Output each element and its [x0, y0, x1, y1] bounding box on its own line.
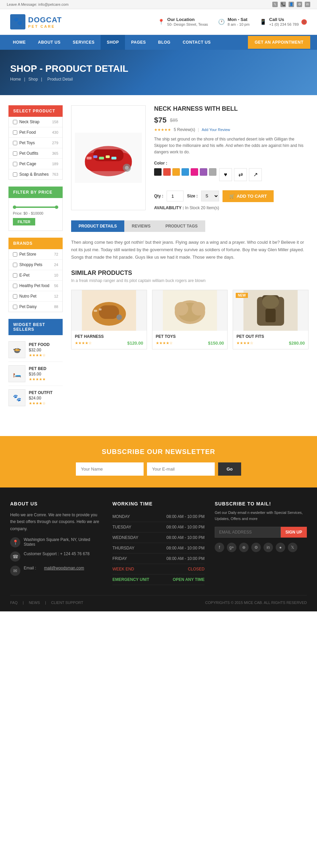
- brand-nutro-pet[interactable]: Nutro Pet: [13, 294, 37, 299]
- range-handle-right[interactable]: [55, 205, 58, 209]
- category-pet-cage[interactable]: Pet Cage: [13, 161, 36, 166]
- product-name[interactable]: PET BED: [29, 366, 46, 371]
- product-card-body: PET OUT FITS ★★★★☆ $280.00: [233, 331, 308, 349]
- nav-contact[interactable]: CONTACT US: [176, 35, 217, 50]
- footer-email-input[interactable]: [215, 527, 281, 538]
- footer-faq-link[interactable]: FAQ: [10, 601, 18, 605]
- nav-pages[interactable]: PAGES: [125, 35, 152, 50]
- rss-icon[interactable]: ⊕: [239, 543, 249, 552]
- dribbble-icon[interactable]: ●: [276, 543, 285, 552]
- footer-subscribe-col: SUBSCRIBE TO MAIL! Get our Daily email n…: [215, 501, 307, 585]
- newsletter-email-input[interactable]: [147, 462, 215, 476]
- compare-button[interactable]: ⇄: [234, 168, 247, 181]
- footer-email-value[interactable]: mail@woodsman.com: [44, 566, 84, 570]
- product-card-rating: ★★★★☆ $150.00: [156, 341, 224, 346]
- range-handle-left[interactable]: [13, 205, 16, 209]
- tab-product-tags[interactable]: PRODUCT TAGS: [158, 220, 205, 232]
- category-pet-food[interactable]: Pet Food: [13, 130, 36, 135]
- gear-icon[interactable]: ⚙: [297, 2, 302, 7]
- price-range-bar[interactable]: [13, 207, 58, 208]
- product-thumbnail[interactable]: 🐾: [8, 389, 25, 406]
- add-to-cart-label: ADD TO CART: [237, 194, 267, 199]
- color-swatch-orange[interactable]: [172, 168, 180, 176]
- footer-news-link[interactable]: NEWS: [29, 601, 40, 605]
- brand-shoppy-pets[interactable]: Shoppy Pets: [13, 262, 42, 267]
- appointment-button[interactable]: GET AN APPOINTMENT: [248, 36, 310, 49]
- product-thumbnail[interactable]: 🍲: [8, 341, 25, 358]
- brand-pet-daisy[interactable]: Pet Daisy: [13, 304, 37, 309]
- logo[interactable]: 🐾 DOGCAT PET CARE: [10, 14, 62, 29]
- size-select[interactable]: S M L XL: [201, 191, 219, 201]
- color-swatch-gray[interactable]: [209, 168, 216, 176]
- brand-pet-store[interactable]: Pet Store: [13, 252, 36, 257]
- newsletter-submit-button[interactable]: Go: [218, 462, 241, 476]
- nav-blog[interactable]: BLOG: [152, 35, 177, 50]
- day-label: FRIDAY: [112, 556, 127, 561]
- color-swatch-black[interactable]: [154, 168, 162, 176]
- svg-rect-27: [266, 309, 276, 322]
- phone-label: Call Us: [269, 17, 299, 22]
- category-pet-toys[interactable]: Pet Toys: [13, 140, 35, 145]
- linkedin-footer-icon[interactable]: in: [263, 543, 273, 552]
- product-name[interactable]: PET OUTFIT: [29, 390, 52, 395]
- day-label: MONDAY: [112, 514, 130, 519]
- nav-home[interactable]: HOME: [7, 35, 32, 50]
- brand-healthy-pet[interactable]: Healthy Pet food: [13, 283, 49, 288]
- list-item: Pet Outfits 365: [9, 148, 62, 159]
- product-card-price: $280.00: [289, 341, 305, 346]
- category-neck-strap[interactable]: Neck Strap: [13, 120, 39, 124]
- share-button[interactable]: ↗: [249, 168, 262, 181]
- footer-subscribe-button[interactable]: SIGN UP: [281, 527, 307, 538]
- newsletter-name-input[interactable]: [76, 462, 144, 476]
- product-name[interactable]: PET FOOD: [29, 342, 49, 347]
- product-card-body: PET HARNESS ★★★★☆ $120.00: [71, 331, 147, 349]
- breadcrumb-shop[interactable]: Shop: [28, 77, 38, 82]
- color-swatch-purple[interactable]: [200, 168, 207, 176]
- settings-icon[interactable]: ⚙: [251, 543, 261, 552]
- phone-icon[interactable]: 📞: [280, 2, 286, 7]
- twitter-footer-icon[interactable]: 𝕏: [288, 543, 297, 552]
- add-to-cart-button[interactable]: 🛒 ADD TO CART: [223, 190, 274, 202]
- phone-info: 📱 Call Us +1 (0) 234 56 789 0: [260, 17, 307, 27]
- similar-products-subtitle: In a freak mishap ranger and its pilot c…: [71, 278, 309, 283]
- product-card-price: $150.00: [208, 341, 224, 346]
- color-swatch-red[interactable]: [163, 168, 171, 176]
- product-card[interactable]: PET HARNESS ★★★★☆ $120.00: [71, 290, 147, 349]
- filter-button[interactable]: FILTER: [13, 218, 35, 225]
- linkedin-icon[interactable]: in: [305, 2, 310, 7]
- product-card[interactable]: PET TOYS ★★★★☆ $150.00: [152, 290, 228, 349]
- breadcrumb-home[interactable]: Home: [10, 77, 21, 82]
- location-icon: 📍: [158, 19, 165, 25]
- qty-input[interactable]: [167, 191, 184, 201]
- footer-support-link[interactable]: CLIENT SUPPORT: [51, 601, 83, 605]
- product-info: PET OUTFIT $24.00 ★★★★☆: [29, 390, 52, 406]
- product-card[interactable]: NEW PET OUT FITS ★★★★☆ $: [233, 290, 309, 349]
- brand-e-pet[interactable]: E-Pet: [13, 273, 29, 278]
- color-swatch-blue[interactable]: [182, 168, 189, 176]
- price-filter-body: Price: $0 - $10000 FILTER: [8, 198, 63, 231]
- tab-product-details[interactable]: PRODUCT DETAILS: [71, 220, 124, 232]
- facebook-icon[interactable]: f: [215, 543, 224, 552]
- category-pet-outfits[interactable]: Pet Outfits: [13, 151, 38, 156]
- product-thumbnail[interactable]: 🛏️: [8, 365, 25, 382]
- svg-rect-9: [93, 155, 97, 158]
- day-hours: 08:00 AM - 10:00 PM: [166, 556, 205, 561]
- wishlist-button[interactable]: ♥: [219, 168, 232, 181]
- color-swatch-pink[interactable]: [191, 168, 198, 176]
- tab-reviews[interactable]: REVIEWS: [124, 220, 158, 232]
- nav-services[interactable]: SERVICES: [67, 35, 101, 50]
- product-info: PET FOOD $32.00 ★★★★☆: [29, 342, 49, 357]
- nav-shop[interactable]: SHOP: [101, 35, 125, 50]
- category-soap-brushes[interactable]: Soap & Brushes: [13, 172, 49, 177]
- footer-address: 📍 Washington Square Park, NY, United Sta…: [10, 537, 102, 547]
- footer-working-title: WORKING TIME: [112, 501, 205, 506]
- nav-about[interactable]: ABOUT US: [32, 35, 67, 50]
- product-card-body: PET TOYS ★★★★☆ $150.00: [152, 331, 228, 349]
- user-icon[interactable]: 👤: [289, 2, 294, 7]
- similar-products: SIMILAR PRODUCTS In a freak mishap range…: [71, 269, 309, 349]
- add-review-link[interactable]: Add Your Review: [202, 128, 230, 132]
- cart-badge[interactable]: 0: [301, 19, 307, 25]
- list-item: Healthy Pet food 56: [9, 281, 62, 291]
- twitter-icon[interactable]: 𝕏: [272, 2, 278, 7]
- google-plus-icon[interactable]: g+: [227, 543, 236, 552]
